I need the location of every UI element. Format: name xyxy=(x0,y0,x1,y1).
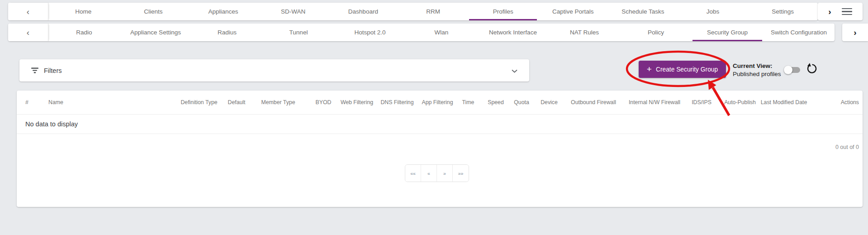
col-last-modified-date: Last Modified Date xyxy=(761,99,807,106)
pagination-next-button[interactable]: » xyxy=(437,165,453,182)
col-internal-nw-firewall: Internal N/W Firewall xyxy=(629,99,680,106)
nav-tab-sdwan[interactable]: SD-WAN xyxy=(258,3,328,20)
nav-tab-appliances[interactable]: Appliances xyxy=(188,3,258,20)
profile-subnav: ‹ Radio Appliance Settings Radius Tunnel… xyxy=(8,24,835,41)
profile-subnav-tabs: Radio Appliance Settings Radius Tunnel H… xyxy=(48,24,835,41)
security-group-table: # Name Definition Type Default Member Ty… xyxy=(17,91,863,207)
subnav-tab-hotspot[interactable]: Hotspot 2.0 xyxy=(334,24,406,41)
subnav-scroll-right-button[interactable]: › xyxy=(854,28,856,38)
main-nav-tabs: Home Clients Appliances SD-WAN Dashboard… xyxy=(48,3,818,20)
nav-tab-home[interactable]: Home xyxy=(48,3,119,20)
subnav-tab-radio[interactable]: Radio xyxy=(48,24,120,41)
plus-icon: + xyxy=(647,65,652,73)
chevron-right-icon: › xyxy=(854,28,856,37)
record-count: 0 out of 0 xyxy=(835,144,859,150)
col-time: Time xyxy=(462,99,474,106)
nav-tab-settings[interactable]: Settings xyxy=(748,3,818,20)
table-header-row: # Name Definition Type Default Member Ty… xyxy=(17,91,863,115)
filters-bar[interactable]: Filters xyxy=(19,59,529,82)
col-device: Device xyxy=(541,99,558,106)
col-quota: Quota xyxy=(514,99,529,106)
main-nav: ‹ Home Clients Appliances SD-WAN Dashboa… xyxy=(8,3,818,20)
subnav-tab-network-interface[interactable]: Network Interface xyxy=(477,24,549,41)
nav-tab-schedule-tasks[interactable]: Schedule Tasks xyxy=(608,3,678,20)
annotation-arrow-head xyxy=(708,80,716,90)
subnav-tab-appliance-settings[interactable]: Appliance Settings xyxy=(120,24,191,41)
refresh-icon xyxy=(806,62,818,75)
subnav-tab-wlan[interactable]: Wlan xyxy=(406,24,477,41)
nav-tab-profiles[interactable]: Profiles xyxy=(468,3,538,20)
create-security-group-label: Create Security Group xyxy=(656,66,718,73)
toggle-knob xyxy=(784,66,792,74)
col-auto-publish: Auto-Publish xyxy=(724,99,756,106)
subnav-tab-radius[interactable]: Radius xyxy=(191,24,263,41)
nav-tab-rrm[interactable]: RRM xyxy=(398,3,468,20)
menu-icon[interactable] xyxy=(842,8,852,15)
col-member-type: Member Type xyxy=(261,99,295,106)
current-view: Current View: Published profiles xyxy=(733,62,781,78)
chevron-left-icon: ‹ xyxy=(27,7,29,17)
col-actions: Actions xyxy=(841,99,859,106)
create-security-group-button[interactable]: + Create Security Group xyxy=(639,61,726,78)
subnav-tab-nat-rules[interactable]: NAT Rules xyxy=(549,24,620,41)
empty-table-message: No data to display xyxy=(17,115,863,134)
nav-tab-jobs[interactable]: Jobs xyxy=(678,3,748,20)
current-view-value: Published profiles xyxy=(733,70,781,78)
pagination-first-button[interactable]: «« xyxy=(405,165,421,182)
published-profiles-toggle[interactable] xyxy=(784,65,801,74)
nav-tab-dashboard[interactable]: Dashboard xyxy=(328,3,398,20)
col-outbound-firewall: Outbound Firewall xyxy=(571,99,616,106)
chevron-down-icon[interactable] xyxy=(512,67,517,74)
col-dns-filtering: DNS Filtering xyxy=(380,99,413,106)
col-default: Default xyxy=(228,99,246,106)
subnav-tab-policy[interactable]: Policy xyxy=(620,24,692,41)
pagination: «« « » »» xyxy=(405,164,469,182)
subnav-tab-tunnel[interactable]: Tunnel xyxy=(263,24,334,41)
nav-scroll-left-button[interactable]: ‹ xyxy=(8,3,48,20)
subnav-overflow: › xyxy=(842,24,868,41)
col-ids-ips: IDS/IPS xyxy=(692,99,711,106)
nav-tab-clients[interactable]: Clients xyxy=(119,3,189,20)
main-nav-overflow: › xyxy=(818,3,863,20)
col-name: Name xyxy=(48,99,63,106)
col-speed: Speed xyxy=(488,99,504,106)
chevron-right-icon: › xyxy=(828,7,831,16)
subnav-scroll-left-button[interactable]: ‹ xyxy=(8,24,48,41)
col-index: # xyxy=(25,99,28,106)
security-group-page: ‹ Home Clients Appliances SD-WAN Dashboa… xyxy=(0,0,868,235)
col-byod: BYOD xyxy=(316,99,332,106)
col-definition-type: Definition Type xyxy=(180,99,217,106)
col-web-filtering: Web Filtering xyxy=(341,99,373,106)
col-app-filtering: App Filtering xyxy=(422,99,453,106)
filters-label: Filters xyxy=(44,67,62,74)
nav-tab-captive-portals[interactable]: Captive Portals xyxy=(538,3,608,20)
refresh-button[interactable] xyxy=(806,62,818,77)
filter-icon xyxy=(31,67,39,74)
current-view-label: Current View: xyxy=(733,62,781,70)
subnav-tab-security-group[interactable]: Security Group xyxy=(692,24,763,41)
nav-scroll-right-button[interactable]: › xyxy=(828,7,831,17)
subnav-tab-switch-configuration[interactable]: Switch Configuration xyxy=(763,24,835,41)
pagination-last-button[interactable]: »» xyxy=(453,165,469,182)
chevron-left-icon: ‹ xyxy=(27,28,29,38)
pagination-prev-button[interactable]: « xyxy=(421,165,437,182)
